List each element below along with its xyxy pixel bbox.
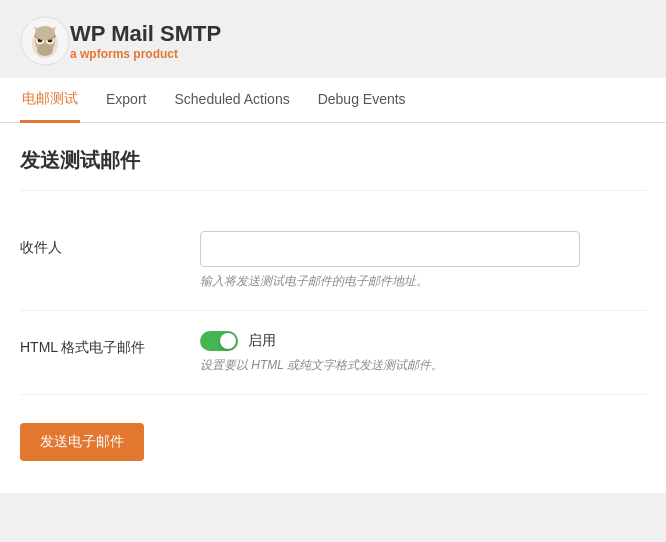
recipient-input[interactable]: [200, 231, 580, 267]
app-title: WP Mail SMTP: [70, 21, 221, 47]
recipient-hint: 输入将发送测试电子邮件的电子邮件地址。: [200, 273, 646, 290]
logo-text: WP Mail SMTP a wpforms product: [70, 21, 221, 61]
tab-email-test[interactable]: 电邮测试: [20, 78, 80, 123]
tab-export[interactable]: Export: [104, 79, 148, 122]
header: WP Mail SMTP a wpforms product: [0, 0, 666, 78]
send-email-button[interactable]: 发送电子邮件: [20, 423, 144, 461]
recipient-row: 收件人 输入将发送测试电子邮件的电子邮件地址。: [20, 211, 646, 311]
html-toggle[interactable]: [200, 331, 238, 351]
content-area: 发送测试邮件 收件人 输入将发送测试电子邮件的电子邮件地址。 HTML 格式电子…: [0, 123, 666, 493]
nav-tabs: 电邮测试 Export Scheduled Actions Debug Even…: [0, 78, 666, 123]
html-format-field: 启用 设置要以 HTML 或纯文字格式发送测试邮件。: [200, 331, 646, 374]
tab-debug-events[interactable]: Debug Events: [316, 79, 408, 122]
subtitle-brand: wpforms: [80, 47, 130, 61]
tab-scheduled-actions[interactable]: Scheduled Actions: [172, 79, 291, 122]
app-logo-icon: [20, 16, 70, 66]
subtitle-prefix: a: [70, 47, 80, 61]
subtitle-suffix: product: [130, 47, 178, 61]
svg-point-14: [35, 26, 55, 40]
section-title: 发送测试邮件: [20, 147, 646, 191]
toggle-row: 启用: [200, 331, 646, 351]
html-format-label: HTML 格式电子邮件: [20, 331, 200, 357]
recipient-field: 输入将发送测试电子邮件的电子邮件地址。: [200, 231, 646, 290]
app-subtitle: a wpforms product: [70, 47, 221, 61]
html-format-row: HTML 格式电子邮件 启用 设置要以 HTML 或纯文字格式发送测试邮件。: [20, 311, 646, 395]
page-wrapper: WP Mail SMTP a wpforms product 电邮测试 Expo…: [0, 0, 666, 542]
html-hint: 设置要以 HTML 或纯文字格式发送测试邮件。: [200, 357, 646, 374]
svg-point-12: [37, 44, 53, 56]
recipient-label: 收件人: [20, 231, 200, 257]
toggle-label: 启用: [248, 332, 276, 350]
